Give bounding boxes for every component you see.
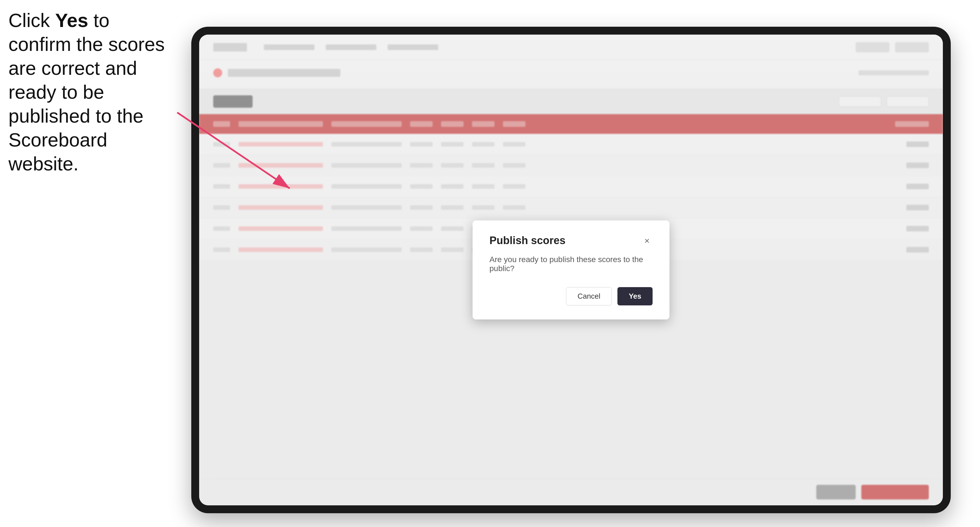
- dialog-body-text: Are you ready to publish these scores to…: [490, 255, 652, 273]
- tablet-screen: Publish scores × Are you ready to publis…: [199, 35, 943, 505]
- cancel-button[interactable]: Cancel: [566, 287, 612, 305]
- publish-scores-dialog: Publish scores × Are you ready to publis…: [473, 221, 670, 319]
- instruction-text: Click Yes to confirm the scores are corr…: [8, 8, 172, 176]
- tablet-device: Publish scores × Are you ready to publis…: [191, 27, 951, 513]
- dialog-close-button[interactable]: ×: [641, 235, 652, 246]
- dialog-title: Publish scores: [490, 235, 565, 247]
- instruction-part2: to confirm the scores are correct and re…: [8, 10, 165, 175]
- yes-button[interactable]: Yes: [617, 287, 652, 305]
- instruction-part1: Click: [8, 10, 55, 31]
- dialog-header: Publish scores ×: [490, 235, 652, 247]
- dialog-overlay: Publish scores × Are you ready to publis…: [199, 35, 943, 505]
- dialog-footer: Cancel Yes: [490, 287, 652, 305]
- instruction-bold: Yes: [55, 10, 88, 31]
